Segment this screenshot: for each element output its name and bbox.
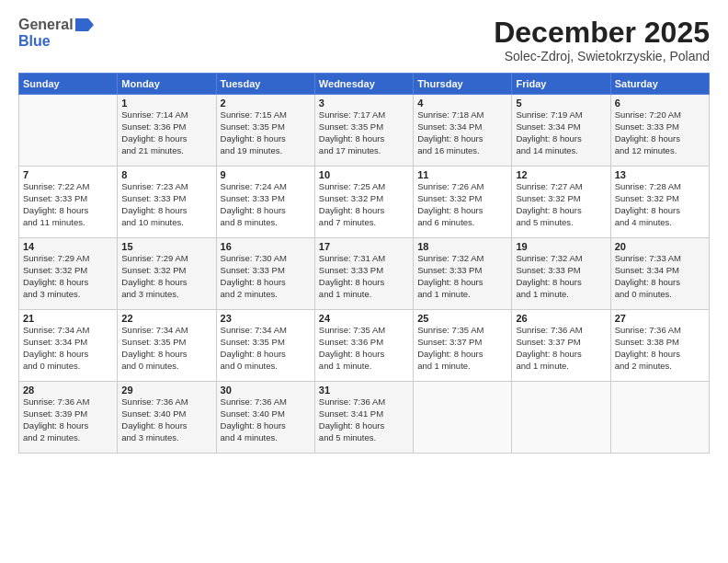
calendar-cell: 25Sunrise: 7:35 AMSunset: 3:37 PMDayligh… [414, 310, 512, 382]
day-number: 5 [516, 98, 606, 109]
calendar-cell [19, 95, 118, 167]
day-number: 20 [615, 241, 705, 252]
day-number: 21 [23, 313, 113, 324]
header: General Blue December 2025 Solec-Zdroj, … [18, 17, 710, 63]
calendar-header-cell: Thursday [414, 74, 512, 95]
calendar-cell: 1Sunrise: 7:14 AMSunset: 3:36 PMDaylight… [118, 95, 216, 167]
day-number: 24 [319, 313, 409, 324]
calendar-cell: 13Sunrise: 7:28 AMSunset: 3:32 PMDayligh… [610, 167, 709, 238]
calendar-cell: 16Sunrise: 7:30 AMSunset: 3:33 PMDayligh… [216, 238, 314, 310]
day-info: Sunrise: 7:36 AMSunset: 3:37 PMDaylight:… [516, 325, 606, 372]
calendar-cell [414, 382, 512, 454]
calendar-cell: 24Sunrise: 7:35 AMSunset: 3:36 PMDayligh… [314, 310, 413, 382]
calendar-header-cell: Tuesday [216, 74, 314, 95]
day-number: 15 [121, 241, 211, 252]
calendar-cell [610, 382, 709, 454]
day-number: 6 [615, 98, 705, 109]
calendar-header-cell: Friday [512, 74, 610, 95]
day-info: Sunrise: 7:29 AMSunset: 3:32 PMDaylight:… [23, 253, 113, 300]
day-number: 1 [121, 98, 211, 109]
day-info: Sunrise: 7:29 AMSunset: 3:32 PMDaylight:… [121, 253, 211, 300]
day-info: Sunrise: 7:36 AMSunset: 3:41 PMDaylight:… [319, 396, 409, 443]
calendar-body: 1Sunrise: 7:14 AMSunset: 3:36 PMDaylight… [19, 95, 710, 454]
page: General Blue December 2025 Solec-Zdroj, … [0, 0, 728, 563]
calendar-cell: 7Sunrise: 7:22 AMSunset: 3:33 PMDaylight… [19, 167, 118, 238]
calendar-cell: 26Sunrise: 7:36 AMSunset: 3:37 PMDayligh… [512, 310, 610, 382]
day-number: 18 [417, 241, 507, 252]
calendar-header-cell: Wednesday [314, 74, 413, 95]
day-info: Sunrise: 7:36 AMSunset: 3:40 PMDaylight:… [121, 396, 211, 443]
day-info: Sunrise: 7:28 AMSunset: 3:32 PMDaylight:… [615, 181, 705, 228]
logo-blue-text: Blue [18, 33, 51, 50]
day-info: Sunrise: 7:15 AMSunset: 3:35 PMDaylight:… [221, 109, 311, 156]
day-info: Sunrise: 7:34 AMSunset: 3:35 PMDaylight:… [221, 325, 311, 372]
location: Solec-Zdroj, Swietokrzyskie, Poland [494, 49, 710, 63]
day-info: Sunrise: 7:24 AMSunset: 3:33 PMDaylight:… [221, 181, 311, 228]
day-info: Sunrise: 7:22 AMSunset: 3:33 PMDaylight:… [23, 181, 113, 228]
month-title: December 2025 [494, 17, 710, 49]
calendar-header-cell: Saturday [610, 74, 709, 95]
day-number: 17 [319, 241, 409, 252]
day-number: 3 [319, 98, 409, 109]
calendar-cell: 14Sunrise: 7:29 AMSunset: 3:32 PMDayligh… [19, 238, 118, 310]
day-info: Sunrise: 7:31 AMSunset: 3:33 PMDaylight:… [319, 253, 409, 300]
day-number: 29 [121, 385, 211, 396]
day-info: Sunrise: 7:23 AMSunset: 3:33 PMDaylight:… [121, 181, 211, 228]
calendar-week-row: 1Sunrise: 7:14 AMSunset: 3:36 PMDaylight… [19, 95, 710, 167]
day-info: Sunrise: 7:20 AMSunset: 3:33 PMDaylight:… [615, 109, 705, 156]
calendar-cell [512, 382, 610, 454]
svg-marker-0 [75, 18, 94, 31]
day-number: 12 [516, 169, 606, 180]
day-number: 14 [23, 241, 113, 252]
calendar-cell: 23Sunrise: 7:34 AMSunset: 3:35 PMDayligh… [216, 310, 314, 382]
calendar-cell: 29Sunrise: 7:36 AMSunset: 3:40 PMDayligh… [118, 382, 216, 454]
calendar-cell: 4Sunrise: 7:18 AMSunset: 3:34 PMDaylight… [414, 95, 512, 167]
day-info: Sunrise: 7:32 AMSunset: 3:33 PMDaylight:… [417, 253, 507, 300]
day-number: 28 [23, 385, 113, 396]
day-info: Sunrise: 7:34 AMSunset: 3:34 PMDaylight:… [23, 325, 113, 372]
calendar-cell: 21Sunrise: 7:34 AMSunset: 3:34 PMDayligh… [19, 310, 118, 382]
header-row: SundayMondayTuesdayWednesdayThursdayFrid… [19, 74, 710, 95]
day-number: 10 [319, 169, 409, 180]
calendar-cell: 28Sunrise: 7:36 AMSunset: 3:39 PMDayligh… [19, 382, 118, 454]
logo: General Blue [18, 17, 94, 49]
calendar-cell: 22Sunrise: 7:34 AMSunset: 3:35 PMDayligh… [118, 310, 216, 382]
day-number: 11 [417, 169, 507, 180]
day-number: 23 [221, 313, 311, 324]
title-block: December 2025 Solec-Zdroj, Swietokrzyski… [494, 17, 710, 63]
day-info: Sunrise: 7:32 AMSunset: 3:33 PMDaylight:… [516, 253, 606, 300]
calendar-cell: 20Sunrise: 7:33 AMSunset: 3:34 PMDayligh… [610, 238, 709, 310]
day-info: Sunrise: 7:26 AMSunset: 3:32 PMDaylight:… [417, 181, 507, 228]
day-info: Sunrise: 7:17 AMSunset: 3:35 PMDaylight:… [319, 109, 409, 156]
calendar-cell: 6Sunrise: 7:20 AMSunset: 3:33 PMDaylight… [610, 95, 709, 167]
day-info: Sunrise: 7:35 AMSunset: 3:37 PMDaylight:… [417, 325, 507, 372]
calendar-cell: 2Sunrise: 7:15 AMSunset: 3:35 PMDaylight… [216, 95, 314, 167]
calendar-cell: 10Sunrise: 7:25 AMSunset: 3:32 PMDayligh… [314, 167, 413, 238]
day-info: Sunrise: 7:35 AMSunset: 3:36 PMDaylight:… [319, 325, 409, 372]
day-info: Sunrise: 7:30 AMSunset: 3:33 PMDaylight:… [221, 253, 311, 300]
calendar-cell: 11Sunrise: 7:26 AMSunset: 3:32 PMDayligh… [414, 167, 512, 238]
calendar-cell: 5Sunrise: 7:19 AMSunset: 3:34 PMDaylight… [512, 95, 610, 167]
day-info: Sunrise: 7:25 AMSunset: 3:32 PMDaylight:… [319, 181, 409, 228]
logo-arrow-icon [75, 18, 94, 31]
day-number: 9 [221, 169, 311, 180]
day-number: 27 [615, 313, 705, 324]
day-number: 13 [615, 169, 705, 180]
calendar-cell: 12Sunrise: 7:27 AMSunset: 3:32 PMDayligh… [512, 167, 610, 238]
calendar-cell: 30Sunrise: 7:36 AMSunset: 3:40 PMDayligh… [216, 382, 314, 454]
calendar-header-cell: Sunday [19, 74, 118, 95]
day-info: Sunrise: 7:34 AMSunset: 3:35 PMDaylight:… [121, 325, 211, 372]
day-info: Sunrise: 7:19 AMSunset: 3:34 PMDaylight:… [516, 109, 606, 156]
calendar-cell: 3Sunrise: 7:17 AMSunset: 3:35 PMDaylight… [314, 95, 413, 167]
day-number: 26 [516, 313, 606, 324]
calendar-cell: 18Sunrise: 7:32 AMSunset: 3:33 PMDayligh… [414, 238, 512, 310]
calendar-header-cell: Monday [118, 74, 216, 95]
day-number: 25 [417, 313, 507, 324]
day-number: 30 [221, 385, 311, 396]
calendar-header: SundayMondayTuesdayWednesdayThursdayFrid… [19, 74, 710, 95]
day-number: 22 [121, 313, 211, 324]
calendar-cell: 17Sunrise: 7:31 AMSunset: 3:33 PMDayligh… [314, 238, 413, 310]
calendar-cell: 27Sunrise: 7:36 AMSunset: 3:38 PMDayligh… [610, 310, 709, 382]
day-info: Sunrise: 7:18 AMSunset: 3:34 PMDaylight:… [417, 109, 507, 156]
calendar-cell: 9Sunrise: 7:24 AMSunset: 3:33 PMDaylight… [216, 167, 314, 238]
